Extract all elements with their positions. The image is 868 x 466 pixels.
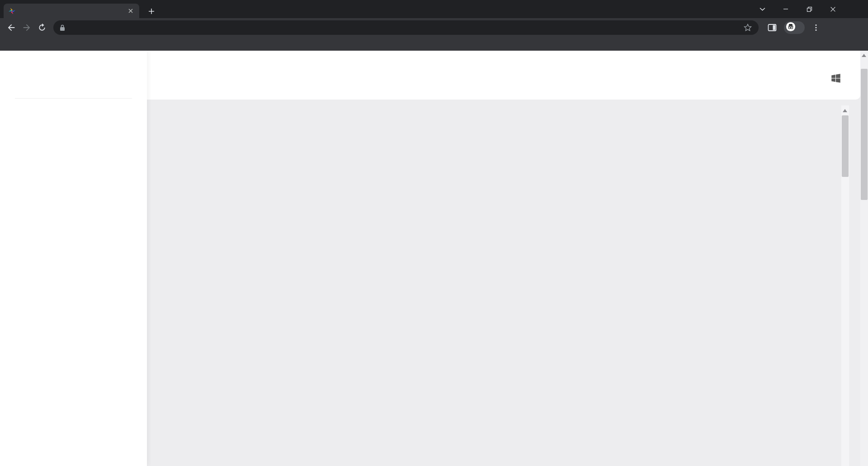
back-button[interactable]: [4, 20, 19, 35]
incognito-badge: [784, 21, 805, 34]
content-scrollbar-thumb[interactable]: [842, 115, 849, 177]
sidebar-divider: [15, 98, 132, 99]
browser-toolbar: [0, 18, 868, 37]
scroll-up-icon[interactable]: [862, 54, 866, 57]
tab-close-icon[interactable]: [127, 7, 135, 15]
reload-button[interactable]: [34, 20, 50, 35]
incognito-icon: [786, 22, 796, 33]
restore-button[interactable]: [797, 0, 821, 18]
side-panel-icon[interactable]: [767, 22, 778, 33]
tab-search-chevron-icon[interactable]: [750, 0, 774, 18]
window-controls: [750, 0, 844, 18]
windows-logo-icon[interactable]: [830, 72, 842, 84]
content-scrollbar[interactable]: [841, 105, 849, 466]
browser-scrollbar-thumb[interactable]: [861, 69, 868, 200]
page-viewport: [0, 51, 868, 466]
brand-star-icon: [8, 7, 16, 15]
new-tab-button[interactable]: [146, 5, 157, 17]
minimize-button[interactable]: [774, 0, 797, 18]
bookmark-star-icon[interactable]: [743, 23, 752, 32]
close-button[interactable]: [821, 0, 844, 18]
lock-icon[interactable]: [60, 24, 65, 31]
forward-button[interactable]: [19, 20, 34, 35]
browser-scrollbar[interactable]: [860, 51, 868, 466]
address-bar[interactable]: [53, 20, 759, 35]
scroll-up-icon[interactable]: [843, 109, 847, 112]
browser-window: [0, 0, 868, 466]
bookmarks-bar: [0, 37, 868, 51]
tab-strip: [0, 0, 868, 18]
browser-tab[interactable]: [4, 4, 139, 18]
menu-dots-icon[interactable]: [812, 24, 820, 32]
sidebar: [0, 51, 147, 466]
